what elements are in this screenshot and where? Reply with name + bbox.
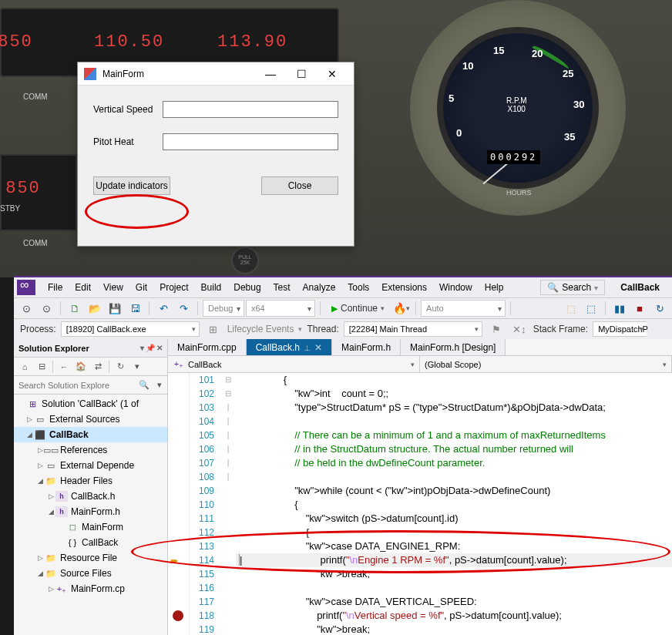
menu-edit[interactable]: Edit (69, 279, 97, 296)
tree-resource-files[interactable]: ▷📁Resource File (14, 550, 167, 566)
stop-button[interactable]: ■ (630, 300, 649, 317)
se-refresh-icon[interactable]: ↻ (113, 359, 128, 375)
tree-header-files[interactable]: ◢📁Header Files (14, 473, 167, 489)
code-area[interactable]: ➨ 10110210310410510610710810911011111211… (168, 373, 672, 635)
redo-button[interactable]: ↷ (174, 300, 193, 317)
search-box[interactable]: 🔍 Search ▾ (540, 280, 605, 295)
pause-button[interactable]: ▮▮ (610, 300, 629, 317)
hot-reload-button[interactable]: 🔥▾ (392, 300, 411, 317)
tree-callback-ns[interactable]: { }CallBack (14, 535, 167, 550)
panel-options-icon[interactable]: ▾ (140, 344, 144, 352)
pull-knob: PULL25K (231, 247, 259, 274)
breakpoint-margin[interactable]: ➨ (168, 373, 190, 635)
solution-search-input[interactable] (14, 381, 136, 390)
auto-combo[interactable]: Auto (421, 300, 506, 317)
tree-callback-project[interactable]: ◢⬛CallBack (14, 427, 167, 442)
undo-button[interactable]: ↶ (154, 300, 173, 317)
tab-mainform-h[interactable]: MainForm.h (332, 339, 401, 355)
minimize-button[interactable]: — (255, 63, 286, 85)
pitot-heat-input[interactable] (163, 133, 338, 150)
open-button[interactable]: 📂 (86, 300, 104, 317)
tab-mainform-design[interactable]: MainForm.h [Design] (401, 339, 506, 355)
tab-close-icon[interactable]: ✕ (314, 342, 322, 353)
close-button[interactable]: Close (261, 176, 338, 195)
tab-mainform-cpp[interactable]: MainForm.cpp (168, 339, 247, 355)
pin-icon[interactable]: 📌 (146, 344, 155, 352)
search-icon[interactable]: 🔍 (136, 378, 152, 393)
tab-pin-icon[interactable]: ⟂ (304, 342, 310, 353)
step-button-1[interactable]: ⬚ (562, 300, 580, 317)
tree-source-files[interactable]: ◢📁Source Files (14, 566, 167, 581)
solution-explorer-toolbar: ⌂ ⊟ ← 🏠 ⇄ ↻ ▾ (14, 358, 167, 376)
tree-mainform-h[interactable]: ◢hMainForm.h (14, 504, 167, 519)
app-icon (84, 68, 96, 80)
fold-gutter[interactable]: ⊟⊟|||||| (220, 373, 236, 635)
vertical-speed-input[interactable] (163, 101, 338, 118)
menu-test[interactable]: Test (267, 279, 297, 296)
close-x-button[interactable]: ✕ (317, 63, 348, 85)
tree-callback-h[interactable]: ▷hCallBack.h (14, 489, 167, 504)
nav-back-button[interactable]: ⊙ (17, 300, 35, 317)
new-file-button[interactable]: 🗋 (66, 300, 84, 317)
menu-window[interactable]: Window (433, 279, 479, 296)
scope-combo-global[interactable]: (Global Scope) (420, 356, 672, 372)
tree-external-deps[interactable]: ▷▭External Depende (14, 458, 167, 473)
se-tool-icon[interactable]: ⊟ (34, 359, 49, 375)
flame-icon: 🔥 (393, 302, 406, 314)
gauge-rpm-label: R.P.MX100 (506, 96, 527, 113)
tree-references[interactable]: ▷▭▭References (14, 442, 167, 458)
update-indicators-button[interactable]: Update indicators (93, 176, 170, 195)
titlebar[interactable]: MainForm — ☐ ✕ (78, 62, 354, 86)
editor-navbar: +₊CallBack (Global Scope) (168, 356, 672, 373)
breakpoint-icon[interactable] (173, 610, 183, 621)
comm-label-1: COMM (23, 92, 48, 101)
tree-external-sources[interactable]: ▷▭External Sources (14, 412, 167, 427)
radio-panel-2: .850 (0, 154, 77, 231)
radio-freq-1: .850 (0, 32, 33, 52)
se-home-icon[interactable]: ⌂ (17, 359, 32, 375)
menu-build[interactable]: Build (195, 279, 228, 296)
se-back-icon[interactable]: ← (56, 359, 72, 375)
radio-freq-3: 113.90 (217, 32, 287, 52)
menu-debug[interactable]: Debug (227, 279, 267, 296)
play-icon: ▶ (331, 304, 338, 314)
continue-button[interactable]: ▶ Continue ▾ (325, 303, 391, 314)
menu-tools[interactable]: Tools (341, 279, 375, 296)
tab-callback-h[interactable]: CallBack.h⟂✕ (247, 339, 332, 355)
project-name-label: CallBack (611, 279, 669, 296)
platform-combo[interactable]: x64 (246, 300, 315, 317)
save-all-button[interactable]: 🖫 (126, 300, 144, 317)
stby-label: STBY (0, 204, 20, 213)
se-filter-icon[interactable]: ▾ (129, 359, 145, 375)
se-switch-icon[interactable]: ⇄ (90, 359, 106, 375)
panel-close-icon[interactable]: ✕ (156, 344, 163, 352)
menu-analyze[interactable]: Analyze (297, 279, 342, 296)
stack-frame-combo[interactable]: MyDispatchP (593, 321, 647, 337)
flag-icon[interactable]: ⚑ (487, 321, 506, 338)
thread-combo[interactable]: [22284] Main Thread (344, 321, 482, 337)
save-button[interactable]: 💾 (106, 300, 124, 317)
tree-solution[interactable]: ⊞Solution 'CallBack' (1 of (14, 396, 167, 412)
step-button-2[interactable]: ⬚ (582, 300, 600, 317)
tree-mainform-cpp[interactable]: ▷+₊MainForm.cp (14, 581, 167, 596)
menu-view[interactable]: View (97, 279, 129, 296)
menu-file[interactable]: File (42, 279, 69, 296)
menu-project[interactable]: Project (153, 279, 194, 296)
nav-fwd-button[interactable]: ⊙ (37, 300, 55, 317)
threads-icon[interactable]: ✕↕ (510, 321, 529, 338)
config-combo[interactable]: Debug (203, 300, 244, 317)
se-home2-icon[interactable]: 🏠 (73, 359, 89, 375)
tree-mainform-class[interactable]: ⬚MainForm (14, 519, 167, 535)
maximize-button[interactable]: ☐ (286, 63, 317, 85)
menu-git[interactable]: Git (129, 279, 153, 296)
standard-toolbar: ⊙ ⊙ 🗋 📂 💾 🖫 ↶ ↷ Debug x64 ▶ Continue ▾ 🔥… (14, 297, 672, 319)
menu-extensions[interactable]: Extensions (375, 279, 433, 296)
current-line-arrow-icon: ➨ (170, 555, 179, 566)
lifecycle-icon[interactable]: ⊞ (204, 321, 223, 338)
menu-help[interactable]: Help (479, 279, 510, 296)
search-dropdown-icon[interactable]: ▾ (152, 378, 167, 393)
process-combo[interactable]: [18920] CallBack.exe (61, 321, 200, 337)
code-lines[interactable]: { "kw">int count = 0;; "type">StructDatu… (236, 373, 672, 635)
scope-combo-project[interactable]: +₊CallBack (168, 356, 420, 372)
restart-button[interactable]: ↻ (650, 300, 669, 317)
